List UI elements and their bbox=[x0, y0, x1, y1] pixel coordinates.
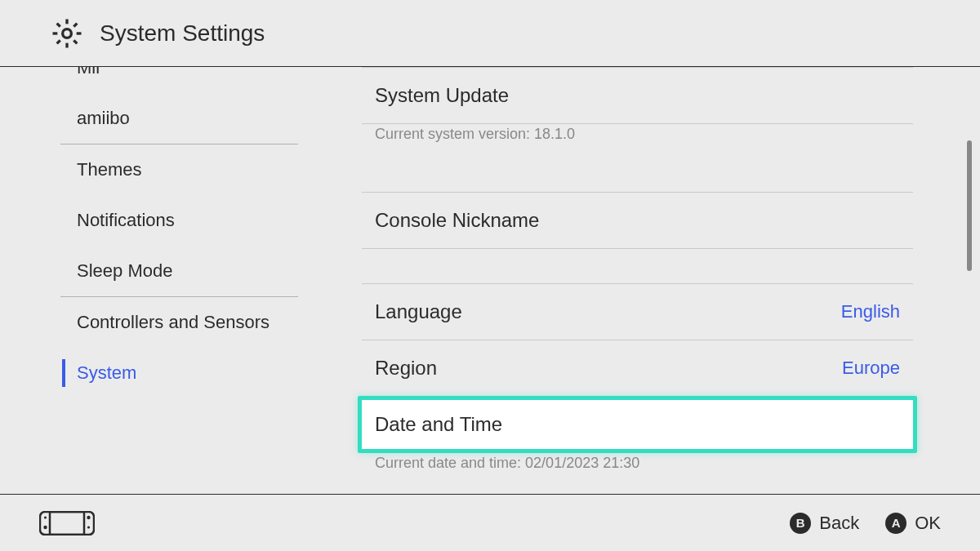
row-value: English bbox=[841, 301, 900, 322]
sidebar-item-amiibo[interactable]: amiibo bbox=[0, 93, 323, 144]
hint-back[interactable]: B Back bbox=[790, 513, 859, 534]
hint-label: OK bbox=[915, 513, 941, 534]
svg-line-7 bbox=[57, 40, 60, 43]
svg-rect-10 bbox=[50, 512, 84, 535]
svg-line-6 bbox=[74, 40, 77, 43]
hint-label: Back bbox=[819, 513, 859, 534]
row-date-time[interactable]: Date and Time bbox=[358, 396, 917, 453]
a-button-icon: A bbox=[885, 513, 906, 534]
sidebar-item-label: Notifications bbox=[77, 210, 175, 230]
row-label: Region bbox=[375, 357, 437, 380]
row-label: Console Nickname bbox=[375, 209, 539, 232]
gear-icon bbox=[51, 17, 83, 50]
sidebar-item-mii[interactable]: Mii bbox=[0, 67, 323, 93]
content: Mii amiibo Themes Notifications Sleep Mo… bbox=[0, 67, 980, 494]
svg-line-8 bbox=[74, 23, 77, 26]
row-system-update[interactable]: System Update bbox=[362, 68, 913, 123]
footer: B Back A OK bbox=[0, 494, 980, 551]
svg-point-14 bbox=[87, 526, 90, 528]
sidebar-item-notifications[interactable]: Notifications bbox=[0, 195, 323, 246]
sidebar-item-label: System bbox=[77, 362, 136, 383]
sidebar-item-system[interactable]: System bbox=[0, 348, 323, 398]
svg-point-0 bbox=[63, 29, 72, 38]
row-region[interactable]: Region Europe bbox=[362, 340, 913, 396]
page-title: System Settings bbox=[100, 20, 265, 47]
sidebar-item-label: Sleep Mode bbox=[77, 260, 172, 281]
scrollbar-thumb[interactable] bbox=[967, 140, 972, 271]
svg-rect-9 bbox=[40, 512, 94, 535]
sidebar-item-label: Controllers and Sensors bbox=[77, 312, 270, 332]
sidebar-item-label: amiibo bbox=[77, 108, 130, 128]
sidebar-item-label: Mii bbox=[77, 67, 100, 78]
svg-point-11 bbox=[44, 516, 47, 518]
row-console-nickname[interactable]: Console Nickname bbox=[362, 193, 913, 248]
svg-point-13 bbox=[87, 515, 90, 518]
row-label: Language bbox=[375, 300, 462, 323]
row-language[interactable]: Language English bbox=[362, 284, 913, 340]
sidebar-item-sleep-mode[interactable]: Sleep Mode bbox=[0, 246, 323, 296]
sidebar-item-controllers-sensors[interactable]: Controllers and Sensors bbox=[0, 297, 323, 348]
sidebar-item-label: Themes bbox=[77, 159, 141, 180]
header: System Settings bbox=[0, 0, 980, 67]
footer-hints: B Back A OK bbox=[790, 513, 941, 534]
svg-line-5 bbox=[57, 23, 60, 26]
sidebar-item-themes[interactable]: Themes bbox=[0, 144, 323, 195]
sidebar: Mii amiibo Themes Notifications Sleep Mo… bbox=[0, 67, 323, 494]
date-time-current-text: Current date and time: 02/01/2023 21:30 bbox=[375, 453, 913, 487]
row-value: Europe bbox=[842, 358, 900, 379]
hint-ok[interactable]: A OK bbox=[885, 513, 941, 534]
row-label: Date and Time bbox=[375, 413, 502, 436]
b-button-icon: B bbox=[790, 513, 811, 534]
row-label: System Update bbox=[375, 84, 509, 107]
svg-point-12 bbox=[43, 525, 47, 528]
system-version-text: Current system version: 18.1.0 bbox=[375, 124, 913, 158]
scrollbar[interactable] bbox=[967, 140, 972, 271]
console-icon bbox=[39, 511, 95, 535]
main-panel: System Update Current system version: 18… bbox=[323, 67, 980, 494]
